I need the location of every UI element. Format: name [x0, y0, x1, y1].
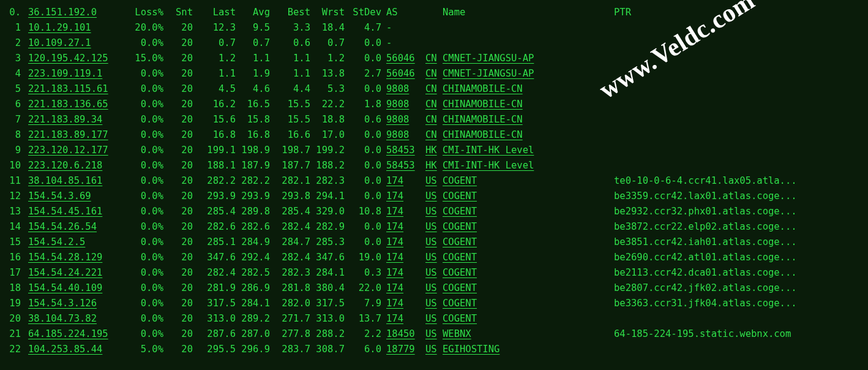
hop-number: 22 — [2, 342, 21, 357]
hop-loss: 0.0% — [129, 189, 163, 204]
col-snt-header: Snt — [163, 5, 193, 20]
hop-as: 174 — [386, 265, 425, 281]
hop-avg: 0.7 — [236, 36, 270, 51]
hop-as-name: COGENT — [443, 235, 614, 250]
hop-ptr: be2932.ccr32.phx01.atlas.coge... — [614, 204, 868, 219]
hop-best: 293.8 — [270, 189, 310, 204]
hop-avg: 289.2 — [236, 311, 270, 327]
hop-stdev: 13.7 — [345, 311, 381, 327]
col-stdev-header: StDev — [345, 5, 381, 20]
hop-as-name: COGENT — [443, 296, 614, 311]
col-hop-header: 0. — [2, 5, 21, 20]
hop-loss: 0.0% — [129, 36, 163, 51]
hop-ip: 154.54.45.161 — [28, 204, 129, 219]
hop-as: 9808 — [386, 81, 425, 97]
hop-avg: 187.9 — [236, 158, 270, 173]
hop-ip: 154.54.3.69 — [28, 189, 129, 204]
hop-as: 174 — [386, 250, 425, 265]
hop-as-name: COGENT — [443, 265, 614, 281]
hop-last: 16.2 — [193, 97, 236, 112]
mtr-hop-row: 5221.183.115.610.0%204.54.64.45.30.09808… — [0, 81, 868, 97]
hop-best: 282.4 — [270, 219, 310, 235]
hop-best: 282.3 — [270, 265, 310, 281]
hop-as-name: COGENT — [443, 311, 614, 327]
hop-loss: 0.0% — [129, 127, 163, 143]
hop-ptr: 64-185-224-195.static.webnx.com — [614, 327, 868, 342]
hop-wrst: 199.2 — [310, 143, 345, 158]
hop-as-name: COGENT — [443, 204, 614, 219]
hop-as: 174 — [386, 296, 425, 311]
hop-number: 6 — [2, 97, 21, 112]
hop-as-name: EGIHOSTING — [443, 342, 614, 357]
hop-wrst: 380.4 — [310, 281, 345, 296]
hop-loss: 0.0% — [129, 296, 163, 311]
hop-country: HK — [425, 158, 443, 173]
hop-ptr: te0-10-0-6-4.ccr41.lax05.atla... — [614, 173, 868, 189]
hop-ip: 10.1.29.101 — [28, 20, 129, 36]
hop-wrst: 308.7 — [310, 342, 345, 357]
mtr-hop-row: 210.109.27.10.0%200.70.70.60.70.0- — [0, 36, 868, 51]
hop-number: 16 — [2, 250, 21, 265]
hop-as: - — [386, 20, 425, 36]
hop-stdev: 2.2 — [345, 327, 381, 342]
col-loss-header: Loss% — [129, 5, 163, 20]
hop-number: 14 — [2, 219, 21, 235]
hop-ptr: be2807.ccr42.jfk02.atlas.coge... — [614, 281, 868, 296]
hop-last: 287.6 — [193, 327, 236, 342]
hop-snt: 20 — [163, 189, 193, 204]
hop-ip: 154.54.40.109 — [28, 281, 129, 296]
hop-country: US — [425, 296, 443, 311]
hop-avg: 282.6 — [236, 219, 270, 235]
hop-best: 277.8 — [270, 327, 310, 342]
hop-ip: 120.195.42.125 — [28, 51, 129, 66]
hop-stdev: 0.0 — [345, 51, 381, 66]
hop-ip: 38.104.73.82 — [28, 311, 129, 327]
hop-number: 13 — [2, 204, 21, 219]
hop-country: US — [425, 311, 443, 327]
mtr-hop-row: 22104.253.85.445.0%20295.5296.9283.7308.… — [0, 342, 868, 357]
hop-wrst: 288.2 — [310, 327, 345, 342]
hop-number: 7 — [2, 112, 21, 127]
col-ptr-header: PTR — [614, 5, 868, 20]
mtr-hop-row: 15154.54.2.50.0%20285.1284.9284.7285.30.… — [0, 235, 868, 250]
hop-ip: 154.54.28.129 — [28, 250, 129, 265]
hop-wrst: 1.2 — [310, 51, 345, 66]
col-avg-header: Avg — [236, 5, 270, 20]
hop-snt: 20 — [163, 158, 193, 173]
hop-number: 5 — [2, 81, 21, 97]
hop-last: 317.5 — [193, 296, 236, 311]
hop-wrst: 329.0 — [310, 204, 345, 219]
hop-loss: 0.0% — [129, 173, 163, 189]
hop-last: 1.2 — [193, 51, 236, 66]
hop-number: 2 — [2, 36, 21, 51]
hop-as: - — [386, 36, 425, 51]
hop-country: US — [425, 204, 443, 219]
hop-as: 56046 — [386, 66, 425, 81]
hop-as: 174 — [386, 311, 425, 327]
hop-loss: 20.0% — [129, 20, 163, 36]
hop-ptr: be3872.ccr22.elp02.atlas.coge... — [614, 219, 868, 235]
hop-number: 19 — [2, 296, 21, 311]
hop-ip: 221.183.136.65 — [28, 97, 129, 112]
mtr-hop-row: 13154.54.45.1610.0%20285.4289.8285.4329.… — [0, 204, 868, 219]
hop-last: 4.5 — [193, 81, 236, 97]
hop-best: 0.6 — [270, 36, 310, 51]
hop-loss: 0.0% — [129, 81, 163, 97]
hop-wrst: 18.4 — [310, 20, 345, 36]
hop-last: 313.0 — [193, 311, 236, 327]
hop-loss: 0.0% — [129, 250, 163, 265]
hop-avg: 198.9 — [236, 143, 270, 158]
hop-best: 198.7 — [270, 143, 310, 158]
hop-last: 199.1 — [193, 143, 236, 158]
hop-best: 271.7 — [270, 311, 310, 327]
hop-as-name: COGENT — [443, 173, 614, 189]
hop-as: 9808 — [386, 97, 425, 112]
hop-avg: 282.2 — [236, 173, 270, 189]
hop-country: US — [425, 235, 443, 250]
hop-as: 18450 — [386, 327, 425, 342]
hop-stdev: 0.0 — [345, 158, 381, 173]
hop-wrst: 294.1 — [310, 189, 345, 204]
hop-ptr: be3851.ccr42.iah01.atlas.coge... — [614, 235, 868, 250]
mtr-hop-row: 2038.104.73.820.0%20313.0289.2271.7313.0… — [0, 311, 868, 327]
hop-number: 15 — [2, 235, 21, 250]
